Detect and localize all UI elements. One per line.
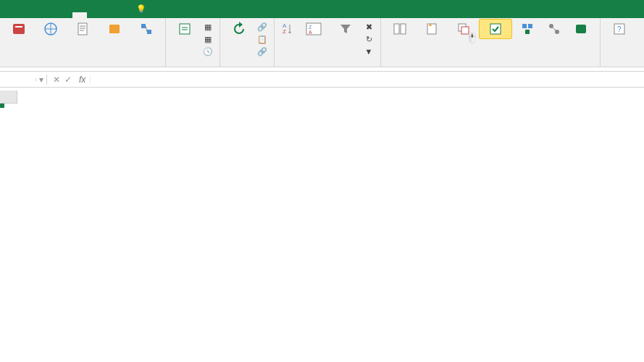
- from-text-button[interactable]: [67, 20, 99, 38]
- select-all-corner[interactable]: [0, 90, 17, 104]
- svg-rect-5: [141, 24, 146, 28]
- tab-formulas[interactable]: [58, 12, 72, 18]
- list-icon: ▦: [203, 22, 213, 32]
- sort-icon: ZA: [306, 21, 322, 37]
- show-queries-button[interactable]: ▦: [201, 21, 217, 33]
- remove-dup-icon: [456, 21, 472, 37]
- svg-rect-4: [109, 25, 120, 33]
- formula-bar: ▾ ✕ ✓ fx: [0, 72, 644, 88]
- link-icon: 🔗: [257, 22, 267, 32]
- connections-icon: [138, 21, 154, 37]
- spreadsheet-grid[interactable]: [0, 90, 644, 104]
- edit-links-button[interactable]: 🔗: [255, 46, 271, 57]
- data-model-button[interactable]: [565, 20, 597, 38]
- svg-rect-3: [78, 23, 87, 35]
- text-file-icon: [75, 21, 91, 37]
- consolidate-icon: [519, 21, 535, 37]
- enter-icon[interactable]: ✓: [64, 75, 72, 85]
- whatif-icon: ?: [611, 21, 627, 37]
- tab-home[interactable]: [14, 12, 29, 18]
- relationships-icon: [546, 21, 562, 37]
- from-web-button[interactable]: [35, 20, 67, 38]
- svg-rect-13: [394, 24, 399, 34]
- svg-rect-20: [528, 24, 532, 28]
- filter-button[interactable]: [330, 20, 361, 38]
- svg-text:A: A: [309, 30, 312, 35]
- connections-button[interactable]: 🔗: [255, 21, 271, 33]
- sort-asc-icon: AZ: [280, 21, 296, 37]
- svg-rect-24: [576, 25, 586, 33]
- name-box[interactable]: [0, 78, 36, 81]
- columns-icon: [392, 21, 408, 37]
- svg-rect-14: [401, 24, 406, 34]
- data-model-icon: [573, 21, 589, 37]
- refresh-icon: [231, 21, 247, 37]
- new-query-button[interactable]: [169, 20, 201, 38]
- from-other-button[interactable]: [99, 20, 130, 38]
- new-query-icon: [177, 21, 193, 37]
- from-table-button[interactable]: ▦: [201, 33, 217, 45]
- svg-rect-19: [522, 24, 527, 28]
- advanced-icon: ▼: [364, 46, 374, 56]
- ribbon: ▦ ▦ 🕓 🔗 📋 🔗 AZ Z: [0, 18, 644, 67]
- what-if-button[interactable]: ?: [603, 20, 635, 38]
- tab-file[interactable]: [0, 12, 14, 18]
- refresh-all-button[interactable]: [223, 20, 255, 38]
- validation-icon: [488, 21, 503, 37]
- svg-rect-6: [147, 30, 151, 34]
- clear-icon: ✖: [364, 22, 374, 32]
- sort-button[interactable]: ZA: [298, 20, 330, 38]
- tab-data[interactable]: [72, 12, 87, 18]
- recent-icon: 🕓: [203, 46, 213, 56]
- properties-icon: 📋: [257, 34, 267, 44]
- group-label-forecast: [603, 65, 644, 67]
- svg-rect-1: [15, 26, 22, 28]
- tab-review[interactable]: [87, 12, 101, 18]
- reapply-icon: ↻: [364, 34, 374, 44]
- forecast-sheet-button[interactable]: [635, 20, 644, 38]
- tab-addins[interactable]: [116, 12, 130, 18]
- database-icon: [11, 21, 27, 37]
- data-validation-button[interactable]: [480, 20, 511, 38]
- group-label-sortfilter: [277, 65, 377, 67]
- tab-layout[interactable]: [43, 12, 58, 18]
- fx-icon[interactable]: fx: [75, 75, 91, 85]
- from-access-button[interactable]: [3, 20, 35, 38]
- lightbulb-icon: 💡: [136, 4, 146, 14]
- svg-text:Z: Z: [283, 28, 286, 35]
- svg-rect-17: [461, 27, 469, 34]
- remove-duplicates-button[interactable]: [448, 20, 480, 38]
- reapply-button[interactable]: ↻: [361, 33, 377, 45]
- flash-fill-icon: [424, 21, 440, 37]
- tell-me-search[interactable]: 💡: [136, 4, 149, 14]
- edit-links-icon: 🔗: [257, 46, 267, 56]
- group-label-connections: [223, 65, 271, 67]
- menu-tabs: 💡: [0, 0, 644, 18]
- relationships-button[interactable]: [543, 20, 565, 38]
- tab-insert[interactable]: [29, 12, 43, 18]
- funnel-icon: [338, 21, 354, 37]
- svg-rect-0: [13, 24, 25, 34]
- formula-input[interactable]: [91, 78, 644, 81]
- group-label-datatools: [384, 65, 597, 67]
- svg-rect-7: [180, 24, 190, 34]
- text-to-columns-button[interactable]: [384, 20, 416, 38]
- svg-rect-15: [427, 24, 436, 34]
- cancel-icon[interactable]: ✕: [53, 75, 60, 85]
- svg-rect-21: [525, 30, 530, 34]
- svg-rect-18: [490, 24, 501, 34]
- flash-fill-button[interactable]: [416, 20, 448, 38]
- sort-asc-button[interactable]: AZ: [277, 20, 298, 38]
- properties-button[interactable]: 📋: [255, 33, 271, 45]
- svg-text:?: ?: [617, 25, 622, 33]
- recent-sources-button[interactable]: 🕓: [201, 46, 217, 57]
- tab-view[interactable]: [101, 12, 116, 18]
- globe-icon: [43, 21, 59, 37]
- consolidate-button[interactable]: [511, 20, 543, 38]
- existing-connections-button[interactable]: [130, 20, 162, 38]
- svg-text:Z: Z: [309, 25, 312, 30]
- dropdown-icon[interactable]: ▾: [39, 75, 43, 85]
- group-label-transform: [169, 65, 217, 67]
- advanced-filter-button[interactable]: ▼: [361, 46, 377, 57]
- clear-filter-button[interactable]: ✖: [361, 21, 377, 33]
